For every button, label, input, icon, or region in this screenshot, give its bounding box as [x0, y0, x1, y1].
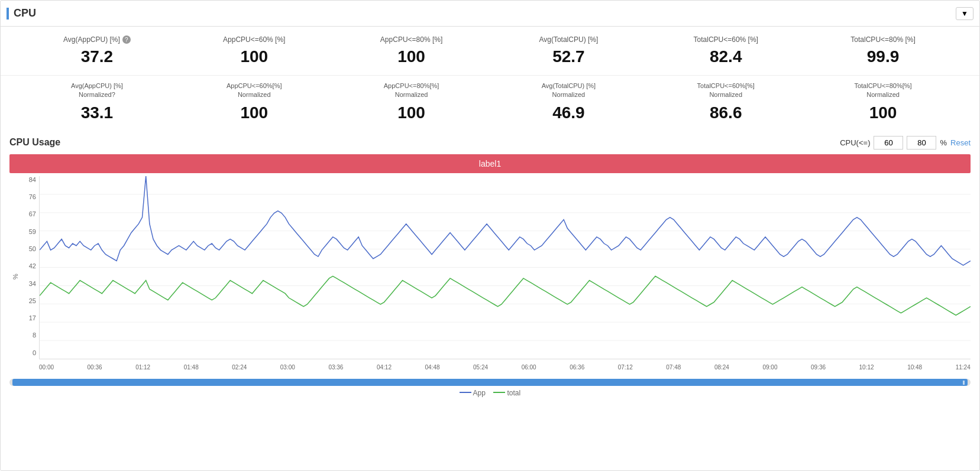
- y-label: 42: [9, 262, 39, 269]
- x-label: 08:24: [714, 364, 729, 371]
- metric-label-app-cpu-60: AppCPU<=60% [%]: [176, 35, 333, 44]
- help-icon[interactable]: ?: [122, 35, 131, 44]
- x-label: 00:00: [39, 364, 54, 371]
- metric-total-cpu-80-norm: TotalCPU<=80%[%]Normalized 100: [804, 82, 962, 122]
- x-label: 06:00: [522, 364, 536, 371]
- metric-value-app-cpu-80: 100: [333, 47, 490, 66]
- legend-app-label: App: [460, 389, 487, 397]
- scrollbar-thumb[interactable]: [12, 379, 968, 386]
- panel-title-text: CPU: [14, 7, 36, 20]
- threshold-60-input[interactable]: [874, 136, 903, 150]
- label-bar[interactable]: label1: [9, 154, 971, 173]
- y-label: 50: [9, 245, 39, 252]
- panel-title: CPU: [7, 7, 36, 20]
- metric-value-app-cpu-60: 100: [176, 47, 333, 66]
- y-label: 67: [9, 210, 39, 217]
- x-label: 05:24: [473, 364, 488, 371]
- y-label: 17: [9, 314, 39, 321]
- chart-area: 84766759504234251780 %: [9, 176, 971, 377]
- metric-value-total-cpu-80-norm: 100: [804, 103, 962, 122]
- cpu-panel: CPU ▼ Avg(AppCPU) [%]? 37.2 AppCPU<=60% …: [0, 0, 980, 471]
- y-label: 25: [9, 297, 39, 304]
- cpu-lte-label: CPU(<=): [840, 138, 870, 147]
- metric-value-total-cpu-80: 99.9: [804, 47, 962, 66]
- metric-avg-total-cpu-norm: Avg(TotalCPU) [%]Normalized 46.9: [490, 82, 647, 122]
- y-label: 34: [9, 280, 39, 287]
- x-label: 07:12: [618, 364, 633, 371]
- metric-app-cpu-60: AppCPU<=60% [%] 100: [176, 35, 333, 66]
- help-icon[interactable]: ?: [112, 91, 115, 98]
- y-label: 76: [9, 193, 39, 200]
- metric-value-app-cpu-80-norm: 100: [333, 103, 490, 122]
- metric-label-avg-total-cpu: Avg(TotalCPU) [%]: [490, 35, 647, 44]
- y-label: 8: [9, 332, 39, 339]
- metric-label-total-cpu-60-norm: TotalCPU<=60%[%]Normalized: [647, 82, 804, 100]
- metric-label-app-cpu-60-norm: AppCPU<=60%[%]Normalized: [176, 82, 333, 100]
- metric-app-cpu-80: AppCPU<=80% [%] 100: [333, 35, 490, 66]
- x-label: 11:24: [956, 364, 971, 371]
- y-label: 0: [9, 349, 39, 356]
- metric-label-avg-app-cpu-norm: Avg(AppCPU) [%]Normalized?: [18, 82, 176, 100]
- metric-label-total-cpu-60: TotalCPU<=60% [%]: [647, 35, 804, 44]
- metric-app-cpu-80-norm: AppCPU<=80%[%]Normalized 100: [333, 82, 490, 122]
- legend-total-label: total: [493, 389, 520, 397]
- metric-value-avg-total-cpu-norm: 46.9: [490, 103, 647, 122]
- y-axis: 84766759504234251780: [9, 176, 39, 359]
- metric-value-total-cpu-60: 82.4: [647, 47, 804, 66]
- chart-legend: App total: [7, 386, 973, 400]
- x-label: 02:24: [232, 364, 247, 371]
- label-bar-text: label1: [479, 159, 501, 168]
- panel-collapse-button[interactable]: ▼: [956, 7, 973, 20]
- metric-total-cpu-80: TotalCPU<=80% [%] 99.9: [804, 35, 962, 66]
- metric-value-avg-total-cpu: 52.7: [490, 47, 647, 66]
- y-label: 84: [9, 176, 39, 183]
- y-label: 59: [9, 228, 39, 235]
- x-label: 06:36: [570, 364, 584, 371]
- scrollbar-track[interactable]: ||| |||: [9, 379, 971, 386]
- panel-header: CPU ▼: [1, 1, 979, 27]
- x-label: 10:12: [859, 364, 874, 371]
- x-label: 04:48: [425, 364, 440, 371]
- x-label: 09:00: [762, 364, 777, 371]
- x-label: 03:00: [280, 364, 295, 371]
- metrics-row-2: Avg(AppCPU) [%]Normalized? 33.1 AppCPU<=…: [1, 76, 979, 131]
- metric-value-avg-app-cpu: 37.2: [18, 47, 176, 66]
- metric-avg-total-cpu: Avg(TotalCPU) [%] 52.7: [490, 35, 647, 66]
- x-label: 01:12: [135, 364, 150, 371]
- chart-section: CPU Usage CPU(<=) % Reset label1 8476675…: [1, 131, 979, 406]
- metric-value-avg-app-cpu-norm: 33.1: [18, 103, 176, 122]
- x-label: 09:36: [811, 364, 826, 371]
- x-axis: 00:0000:3601:1201:4802:2403:0003:3604:12…: [39, 362, 971, 377]
- reset-button[interactable]: Reset: [950, 138, 971, 147]
- scrollbar-right-handle[interactable]: |||: [959, 379, 968, 386]
- chart-header: CPU Usage CPU(<=) % Reset: [7, 131, 973, 154]
- metric-value-app-cpu-60-norm: 100: [176, 103, 333, 122]
- metric-total-cpu-60-norm: TotalCPU<=60%[%]Normalized 86.6: [647, 82, 804, 122]
- metric-label-app-cpu-80: AppCPU<=80% [%]: [333, 35, 490, 44]
- metric-label-app-cpu-80-norm: AppCPU<=80%[%]Normalized: [333, 82, 490, 100]
- x-label: 10:48: [907, 364, 922, 371]
- threshold-80-input[interactable]: [907, 136, 936, 150]
- percent-sign: %: [940, 138, 947, 147]
- metrics-row-1: Avg(AppCPU) [%]? 37.2 AppCPU<=60% [%] 10…: [1, 27, 979, 76]
- metric-label-avg-app-cpu: Avg(AppCPU) [%]?: [18, 35, 176, 44]
- metric-avg-app-cpu-norm: Avg(AppCPU) [%]Normalized? 33.1: [18, 82, 176, 122]
- chart-title: CPU Usage: [9, 137, 60, 148]
- y-axis-title: %: [12, 274, 19, 280]
- metric-value-total-cpu-60-norm: 86.6: [647, 103, 804, 122]
- metric-total-cpu-60: TotalCPU<=60% [%] 82.4: [647, 35, 804, 66]
- x-label: 07:48: [666, 364, 681, 371]
- metric-app-cpu-60-norm: AppCPU<=60%[%]Normalized 100: [176, 82, 333, 122]
- x-label: 03:36: [328, 364, 343, 371]
- x-label: 00:36: [88, 364, 102, 371]
- x-label: 01:48: [184, 364, 199, 371]
- metric-label-total-cpu-80-norm: TotalCPU<=80%[%]Normalized: [804, 82, 962, 100]
- metric-avg-app-cpu: Avg(AppCPU) [%]? 37.2: [18, 35, 176, 66]
- chart-canvas: [39, 176, 971, 359]
- x-label: 04:12: [377, 364, 392, 371]
- metric-label-avg-total-cpu-norm: Avg(TotalCPU) [%]Normalized: [490, 82, 647, 100]
- chart-controls: CPU(<=) % Reset: [840, 136, 971, 150]
- metric-label-total-cpu-80: TotalCPU<=80% [%]: [804, 35, 962, 44]
